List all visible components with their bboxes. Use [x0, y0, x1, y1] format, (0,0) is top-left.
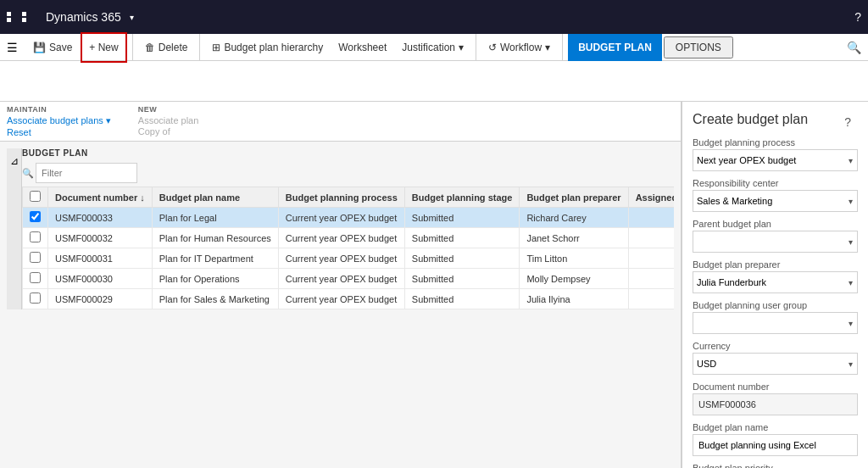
select-wrapper-parent [693, 231, 858, 253]
hamburger-icon[interactable]: ☰ [7, 41, 18, 54]
worksheet-button[interactable]: Worksheet [331, 32, 393, 63]
workflow-button[interactable]: ↺ Workflow ▾ [481, 38, 557, 57]
table-row[interactable]: USMF000031Plan for IT DepartmentCurrent … [23, 248, 675, 269]
field-budget-planning-process: Budget planning process Next year OPEX b… [693, 137, 858, 171]
cell-planning-process: Current year OPEX budget [278, 228, 404, 248]
col-planning-stage[interactable]: Budget planning stage [404, 187, 520, 208]
panel-title: Create budget plan [693, 112, 858, 127]
select-responsibility-center[interactable]: Sales & Marketing [693, 190, 858, 212]
field-parent-budget-plan: Parent budget plan [693, 219, 858, 253]
field-document-number: Document number [693, 382, 858, 415]
label-responsibility-center: Responsibility center [693, 178, 858, 188]
tab-budget-plan[interactable]: BUDGET PLAN [568, 34, 662, 61]
col-preparer[interactable]: Budget plan preparer [520, 187, 628, 208]
associate-plan-link: Associate plan [138, 115, 199, 125]
action-bar: MAINTAIN Associate budget plans ▾ Reset … [0, 102, 681, 142]
filter-input[interactable] [36, 163, 137, 183]
cell-preparer: Richard Carey [520, 208, 628, 228]
row-checkbox[interactable] [30, 211, 41, 222]
maintain-group: MAINTAIN Associate budget plans ▾ Reset [7, 105, 111, 137]
cell-assigned-to [628, 289, 674, 309]
workflow-icon: ↺ [488, 42, 497, 53]
separator-1 [132, 34, 133, 61]
input-budget-plan-name[interactable] [693, 434, 858, 456]
cell-doc-number[interactable]: USMF000029 [48, 289, 153, 309]
budget-plan-hierarchy-button[interactable]: ⊞ Budget plan hierarchy [205, 38, 330, 57]
search-icon[interactable]: 🔍 [847, 41, 861, 54]
app-caret-icon[interactable]: ▾ [130, 13, 134, 22]
budget-plan-table: Document number ↓ Budget plan name Budge… [22, 187, 674, 309]
maintain-label: MAINTAIN [7, 105, 111, 114]
save-icon: 💾 [33, 42, 46, 53]
select-currency[interactable]: USD [693, 353, 858, 375]
cell-doc-number[interactable]: USMF000033 [48, 208, 153, 228]
cell-plan-name: Plan for Sales & Marketing [152, 289, 278, 309]
justification-button[interactable]: Justification ▾ [395, 38, 470, 57]
reset-link[interactable]: Reset [7, 127, 111, 137]
search-filter-icon: 🔍 [22, 168, 34, 179]
select-parent-budget-plan[interactable] [693, 231, 858, 253]
cell-doc-number[interactable]: USMF000031 [48, 248, 153, 269]
cell-plan-name: Plan for Human Resources [152, 228, 278, 248]
panel-help-icon[interactable]: ? [844, 115, 851, 129]
row-checkbox[interactable] [30, 272, 41, 283]
col-checkbox [23, 187, 48, 208]
row-checkbox[interactable] [30, 252, 41, 263]
top-bar: Dynamics 365 ▾ ? [0, 0, 868, 34]
label-budget-plan-priority: Budget plan priority [693, 463, 858, 468]
select-wrapper-user-group [693, 312, 858, 334]
label-budget-planning-process: Budget planning process [693, 137, 858, 148]
cell-plan-name: Plan for Legal [152, 208, 278, 228]
separator-2 [199, 34, 200, 61]
left-panel: MAINTAIN Associate budget plans ▾ Reset … [0, 102, 682, 468]
cell-planning-stage: Submitted [404, 208, 520, 228]
budget-plan-area: ⊿ BUDGET PLAN 🔍 [0, 142, 681, 468]
col-plan-name[interactable]: Budget plan name [152, 187, 278, 208]
save-button[interactable]: 💾 Save [26, 32, 79, 63]
col-assigned-to[interactable]: Assigned to [628, 187, 674, 208]
select-wrapper-process: Next year OPEX budget [693, 149, 858, 171]
grid-menu-icon[interactable] [7, 12, 36, 22]
filter-funnel-icon[interactable]: ⊿ [10, 155, 19, 167]
new-links: Associate plan Copy of [138, 115, 199, 136]
workflow-caret-icon: ▾ [545, 42, 550, 53]
filter-sidebar[interactable]: ⊿ [7, 148, 22, 309]
select-all-checkbox[interactable] [30, 191, 41, 202]
delete-button[interactable]: 🗑 Delete [138, 32, 195, 63]
cell-preparer: Molly Dempsey [520, 269, 628, 289]
table-row[interactable]: USMF000032Plan for Human ResourcesCurren… [23, 228, 675, 248]
cell-preparer: Julia Ilyina [520, 289, 628, 309]
col-planning-process[interactable]: Budget planning process [278, 187, 404, 208]
cell-planning-process: Current year OPEX budget [278, 289, 404, 309]
justification-caret-icon: ▾ [459, 42, 464, 53]
cell-assigned-to [628, 269, 674, 289]
new-button[interactable]: + New [81, 32, 126, 63]
table-header: Document number ↓ Budget plan name Budge… [23, 187, 675, 208]
table-row[interactable]: USMF000033Plan for LegalCurrent year OPE… [23, 208, 675, 228]
cell-doc-number[interactable]: USMF000030 [48, 269, 153, 289]
cell-assigned-to [628, 228, 674, 248]
select-budget-planning-process[interactable]: Next year OPEX budget [693, 149, 858, 171]
copy-of-link: Copy of [138, 126, 199, 136]
cell-planning-process: Current year OPEX budget [278, 269, 404, 289]
label-budget-plan-preparer: Budget plan preparer [693, 259, 858, 270]
maintain-links: Associate budget plans ▾ Reset [7, 115, 111, 137]
separator-4 [562, 34, 563, 61]
tab-options[interactable]: OPTIONS [664, 36, 733, 58]
select-wrapper-preparer: Julia Funderburk [693, 271, 858, 293]
row-checkbox[interactable] [30, 292, 41, 304]
select-budget-plan-preparer[interactable]: Julia Funderburk [693, 271, 858, 293]
filter-bar: 🔍 [22, 163, 674, 183]
help-icon[interactable]: ? [854, 10, 861, 24]
select-user-group[interactable] [693, 312, 858, 334]
label-budget-plan-name: Budget plan name [693, 422, 858, 432]
cell-planning-process: Current year OPEX budget [278, 208, 404, 228]
cell-plan-name: Plan for IT Department [152, 248, 278, 269]
table-row[interactable]: USMF000029Plan for Sales & MarketingCurr… [23, 289, 675, 309]
cell-assigned-to [628, 208, 674, 228]
associate-budget-plans-link[interactable]: Associate budget plans ▾ [7, 115, 111, 126]
row-checkbox[interactable] [30, 231, 41, 242]
col-doc-number[interactable]: Document number ↓ [48, 187, 153, 208]
cell-doc-number[interactable]: USMF000032 [48, 228, 153, 248]
table-row[interactable]: USMF000030Plan for OperationsCurrent yea… [23, 269, 675, 289]
